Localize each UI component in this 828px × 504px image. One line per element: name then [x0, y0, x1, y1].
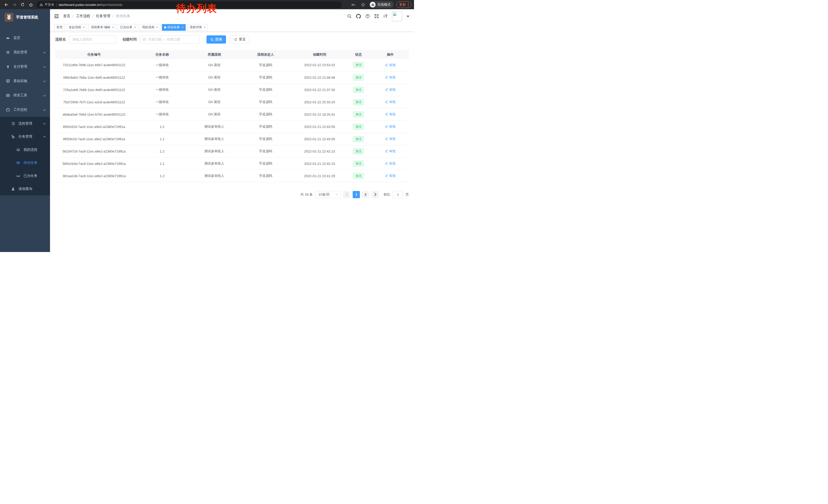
flow-icon	[11, 135, 15, 139]
pagination: 共 16 条 10条/页 12 前往 页	[55, 191, 409, 198]
tab-close-icon[interactable]: ×	[156, 26, 158, 29]
chevron-up-icon	[43, 108, 46, 112]
reset-button[interactable]: 重置	[230, 35, 250, 44]
sidebar-item-todo-task[interactable]: 待办任务	[0, 156, 50, 169]
approve-label: 审批	[389, 149, 396, 153]
avatar[interactable]	[392, 11, 402, 21]
password-key-icon[interactable]	[349, 1, 357, 8]
prev-page-button[interactable]	[343, 191, 350, 198]
sidebar-item-my-process[interactable]: 我的流程	[0, 143, 50, 156]
sidebar-item-label: 我的流程	[24, 147, 46, 152]
sidebar-item-done-task[interactable]: 已办任务	[0, 169, 50, 182]
tab-my-process[interactable]: 我的流程×	[140, 24, 160, 31]
sidebar-item-process-mgmt[interactable]: 流程管理	[0, 117, 50, 130]
sidebar-toggle-icon[interactable]	[54, 14, 59, 18]
action-cell: 审批	[372, 84, 409, 96]
monitor-icon	[6, 79, 10, 83]
edit-pen-icon	[385, 174, 388, 177]
approve-button[interactable]: 审批	[385, 174, 396, 178]
approve-button[interactable]: 审批	[385, 137, 396, 141]
bookmark-star-icon[interactable]	[359, 1, 367, 8]
initiator-cell: 芋道源码	[237, 71, 294, 84]
next-page-button[interactable]	[372, 191, 379, 198]
status-cell: 激活	[345, 59, 372, 71]
sidebar-item-payment[interactable]: ¥支付管理	[0, 59, 50, 74]
approve-button[interactable]: 审批	[385, 63, 396, 67]
chevron-down-icon	[43, 65, 46, 69]
approve-button[interactable]: 审批	[385, 87, 396, 92]
home-icon[interactable]	[27, 1, 34, 8]
breadcrumb: 首页/工作流程/任务管理/待办任务	[63, 14, 130, 18]
tab-close-icon[interactable]: ×	[83, 26, 85, 29]
breadcrumb-item[interactable]: 工作流程	[76, 14, 90, 18]
sidebar-item-label: 支付管理	[13, 64, 43, 69]
tab-todo-task[interactable]: 待办任务×	[162, 24, 186, 31]
approve-button[interactable]: 审批	[385, 149, 396, 153]
approve-button[interactable]: 审批	[385, 124, 396, 129]
tab-close-icon[interactable]: ×	[112, 26, 114, 29]
sidebar-item-system[interactable]: 系统管理	[0, 45, 50, 59]
tab-close-icon[interactable]: ×	[134, 26, 136, 29]
eye-icon	[16, 161, 20, 165]
breadcrumb-item[interactable]: 首页	[63, 14, 70, 18]
status-cell: 激活	[345, 71, 372, 84]
page-button-1[interactable]: 1	[353, 191, 360, 198]
help-icon[interactable]	[365, 14, 370, 18]
task-id-cell: 381aa1dd-7ac8-11ec-a9e2-a2380e71991a	[55, 170, 133, 182]
update-button[interactable]: 更新	[396, 1, 411, 8]
back-icon[interactable]	[3, 1, 10, 8]
action-cell: 审批	[372, 157, 409, 170]
action-cell: 审批	[372, 59, 409, 71]
site-security[interactable]: 不安全	[40, 3, 54, 7]
avatar-caret-icon[interactable]	[407, 14, 409, 18]
sidebar-item-task-mgmt[interactable]: 任务管理	[0, 130, 50, 143]
tab-close-icon[interactable]: ×	[181, 26, 183, 29]
process-name-input[interactable]: 请输入流程名	[69, 35, 116, 44]
approve-button[interactable]: 审批	[385, 112, 396, 117]
page-size-select[interactable]: 10条/页	[315, 191, 340, 198]
status-cell: 激活	[345, 157, 372, 170]
table-row: 725a1eb6-7b88-11ec-8ef0-acde48001122一级审批…	[55, 84, 409, 96]
status-badge: 激活	[353, 87, 364, 93]
tab-process-detail[interactable]: 流程详情×	[187, 24, 208, 31]
sidebar-item-infrastructure[interactable]: 基础设施	[0, 74, 50, 88]
date-range-input[interactable]: 开始日期 - 结束日期	[140, 35, 200, 44]
github-icon[interactable]	[356, 14, 361, 19]
tab-close-icon[interactable]: ×	[204, 26, 205, 29]
task-name-cell: 1.2	[133, 145, 191, 157]
breadcrumb-item[interactable]: 任务管理	[96, 14, 110, 18]
tab-home[interactable]: 首页	[54, 24, 65, 31]
task-name-cell: 一级审批	[133, 59, 191, 71]
forward-icon[interactable]	[11, 1, 18, 8]
sidebar-item-workflow[interactable]: 工作流程	[0, 102, 50, 117]
task-id-cell: 73211d9d-7b9b-11ec-b5b7-acde48001122	[55, 59, 133, 71]
tab-done-task[interactable]: 已办任务×	[118, 24, 138, 31]
tab-start-process[interactable]: 发起流程×	[67, 24, 87, 31]
incognito-badge: 无痕模式	[369, 1, 394, 8]
search-button[interactable]: 搜索	[206, 35, 226, 44]
page-button-2[interactable]: 2	[362, 191, 369, 198]
approve-button[interactable]: 审批	[385, 75, 396, 80]
top-navbar: 首页/工作流程/任务管理/待办任务 TT	[50, 9, 414, 23]
status-cell: 激活	[345, 84, 372, 96]
table-row: 069c6a63-7b8a-11ec-8ef0-acde48001122一级审批…	[55, 71, 409, 84]
tab-form-edit[interactable]: 流程表单-编辑×	[88, 24, 116, 31]
sidebar-item-leave-query[interactable]: 请假查询	[0, 182, 50, 195]
goto-page-input[interactable]	[393, 191, 403, 198]
task-id-cell: 069c6a63-7b8a-11ec-8ef0-acde48001122	[55, 71, 133, 84]
search-icon[interactable]	[347, 14, 352, 18]
approve-button[interactable]: 审批	[385, 100, 396, 104]
sidebar-item-home[interactable]: 首页	[0, 31, 50, 45]
reload-icon[interactable]	[19, 1, 26, 8]
browser-menu-icon[interactable]	[408, 3, 409, 6]
task-name-cell: 1.1	[133, 133, 191, 145]
url-text[interactable]: dashboard.yudao.iocoder.cn/bpm/task/todo	[59, 3, 123, 7]
font-size-icon[interactable]: TT	[383, 14, 387, 18]
initiator-cell: 芋道源码	[237, 84, 294, 96]
approve-button[interactable]: 审批	[385, 161, 396, 166]
fullscreen-icon[interactable]	[374, 14, 379, 18]
search-button-icon	[210, 38, 214, 41]
sidebar-item-label: 流程管理	[18, 121, 43, 126]
sidebar-item-dev-tools[interactable]: 研发工具	[0, 88, 50, 102]
svg-text:¥: ¥	[7, 64, 9, 69]
